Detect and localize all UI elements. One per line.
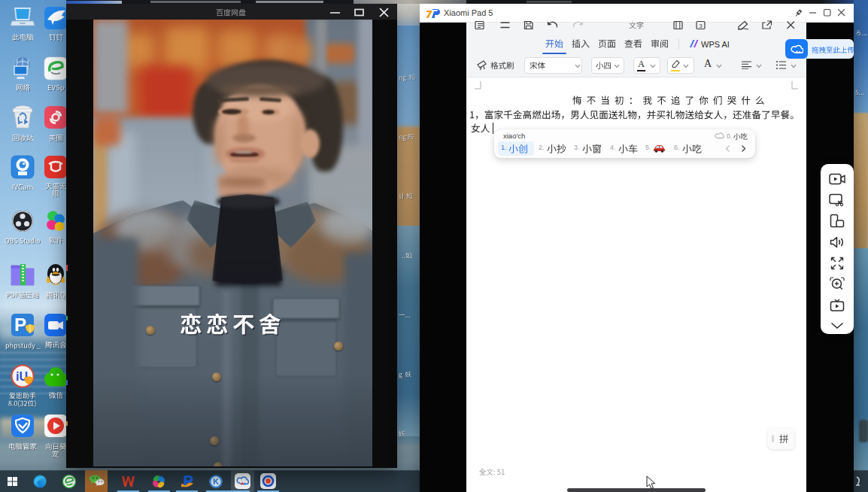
svg-text:3: 3 [699, 23, 702, 29]
svg-text:P: P [14, 314, 26, 335]
svg-text:K: K [213, 477, 219, 486]
